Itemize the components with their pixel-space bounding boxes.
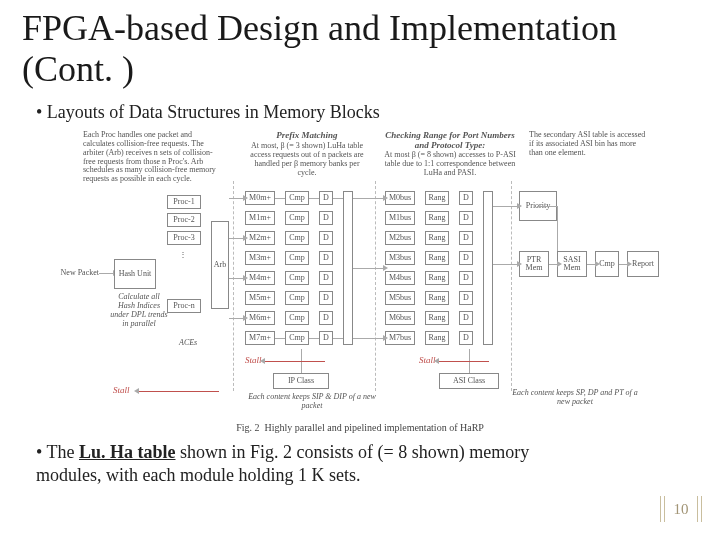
d2-1: D bbox=[459, 211, 473, 225]
header-right-desc: At most β (= 8 shown) accesses to P-ASI … bbox=[383, 151, 517, 177]
arrow-newpacket bbox=[99, 273, 113, 274]
proc-n: Proc-n bbox=[167, 299, 201, 313]
wire bbox=[353, 198, 383, 199]
d-2: D bbox=[319, 231, 333, 245]
bullet-2-pre: The bbox=[46, 442, 78, 462]
header-mid-title: Prefix Matching bbox=[257, 131, 357, 141]
header-far-desc: The secondary ASI table is accessed if i… bbox=[529, 131, 649, 157]
proc-3: Proc-3 bbox=[167, 231, 201, 245]
ptr-mem-box: PTR Mem bbox=[519, 251, 549, 277]
wire bbox=[333, 338, 343, 339]
wire bbox=[353, 268, 383, 269]
wire bbox=[229, 238, 243, 239]
m-box-1: M1m+ bbox=[245, 211, 275, 225]
hash-unit-box: Hash Unit bbox=[114, 259, 156, 289]
d2-4: D bbox=[459, 271, 473, 285]
ip-class-box: IP Class bbox=[273, 373, 329, 389]
wire bbox=[229, 318, 243, 319]
mbus-6: M6bus bbox=[385, 311, 415, 325]
rang-4: Rang bbox=[425, 271, 449, 285]
divider-3 bbox=[511, 181, 512, 391]
m-box-4: M4m+ bbox=[245, 271, 275, 285]
asi-class-box: ASI Class bbox=[439, 373, 499, 389]
figure-caption: Fig. 2 Highly parallel and pipelined imp… bbox=[59, 422, 661, 433]
mbus-7: M7bus bbox=[385, 331, 415, 345]
d-6: D bbox=[319, 311, 333, 325]
bullet-2-emph: Lu. Ha table bbox=[79, 442, 176, 462]
stall-wire bbox=[439, 361, 489, 362]
rang-1: Rang bbox=[425, 211, 449, 225]
m-box-0: M0m+ bbox=[245, 191, 275, 205]
wire bbox=[619, 264, 627, 265]
slide-title: FPGA-based Design and Implementation (Co… bbox=[22, 8, 698, 91]
d-1: D bbox=[319, 211, 333, 225]
wire bbox=[229, 198, 243, 199]
cmp-0: Cmp bbox=[285, 191, 309, 205]
mbus-1: M1bus bbox=[385, 211, 415, 225]
d-5: D bbox=[319, 291, 333, 305]
cmp-4: Cmp bbox=[285, 271, 309, 285]
cmp-2: Cmp bbox=[285, 231, 309, 245]
rang-6: Rang bbox=[425, 311, 449, 325]
wire bbox=[309, 198, 319, 199]
wire bbox=[229, 278, 243, 279]
m-box-5: M5m+ bbox=[245, 291, 275, 305]
wire bbox=[557, 206, 558, 251]
aces-label: ACEs bbox=[179, 339, 197, 348]
wire bbox=[537, 206, 557, 207]
header-right-title: Checking Range for Port Numbers and Prot… bbox=[385, 131, 515, 151]
d2-2: D bbox=[459, 231, 473, 245]
wire bbox=[493, 264, 517, 265]
m-box-2: M2m+ bbox=[245, 231, 275, 245]
m-box-6: M6m+ bbox=[245, 311, 275, 325]
hash-note: Calculate all Hash Indices under DPL tre… bbox=[109, 293, 169, 328]
rang-5: Rang bbox=[425, 291, 449, 305]
label-new-packet: New Packet bbox=[59, 269, 99, 278]
rang-3: Rang bbox=[425, 251, 449, 265]
divider-1 bbox=[233, 181, 234, 391]
wire bbox=[549, 264, 557, 265]
bullet-2: The Lu. Ha table shown in Fig. 2 consist… bbox=[36, 441, 596, 486]
header-mid-desc: At most, β (= 3 shown) LuHa table access… bbox=[245, 142, 369, 177]
wire bbox=[493, 206, 517, 207]
rang-0: Rang bbox=[425, 191, 449, 205]
d2-7: D bbox=[459, 331, 473, 345]
cmp-6: Cmp bbox=[285, 311, 309, 325]
divider-2 bbox=[375, 181, 376, 391]
stall-wire bbox=[139, 391, 219, 392]
d-3: D bbox=[319, 251, 333, 265]
cmp-7: Cmp bbox=[285, 331, 309, 345]
m-box-3: M3m+ bbox=[245, 251, 275, 265]
bullet-1: Layouts of Data Structures in Memory Blo… bbox=[36, 101, 698, 124]
mbus-2: M2bus bbox=[385, 231, 415, 245]
mbus-4: M4bus bbox=[385, 271, 415, 285]
figure-2: Each Proc handles one packet and calcula… bbox=[59, 131, 661, 435]
cmp-1: Cmp bbox=[285, 211, 309, 225]
proc-2: Proc-2 bbox=[167, 213, 201, 227]
cmp-3: Cmp bbox=[285, 251, 309, 265]
header-left-desc: Each Proc handles one packet and calcula… bbox=[83, 131, 219, 184]
wire bbox=[353, 338, 383, 339]
asi-class-note: Each content keeps SP, DP and PT of a ne… bbox=[509, 389, 641, 407]
mbus-5: M5bus bbox=[385, 291, 415, 305]
proc-1: Proc-1 bbox=[167, 195, 201, 209]
d2-3: D bbox=[459, 251, 473, 265]
d-7: D bbox=[319, 331, 333, 345]
mbus-0: M0bus bbox=[385, 191, 415, 205]
mid-arb-bar bbox=[343, 191, 353, 345]
cmp-5: Cmp bbox=[285, 291, 309, 305]
page-number: 10 bbox=[664, 496, 698, 522]
wire bbox=[587, 264, 595, 265]
rang-2: Rang bbox=[425, 231, 449, 245]
d2-0: D bbox=[459, 191, 473, 205]
ip-class-note: Each content keeps SIP & DIP of a new pa… bbox=[247, 393, 377, 411]
rang-7: Rang bbox=[425, 331, 449, 345]
d-4: D bbox=[319, 271, 333, 285]
wire bbox=[275, 198, 285, 199]
arb-box: Arb bbox=[211, 221, 229, 309]
d-0: D bbox=[319, 191, 333, 205]
d2-6: D bbox=[459, 311, 473, 325]
m-box-7: M7m+ bbox=[245, 331, 275, 345]
wire bbox=[309, 338, 319, 339]
mid-arb-bar-2 bbox=[483, 191, 493, 345]
